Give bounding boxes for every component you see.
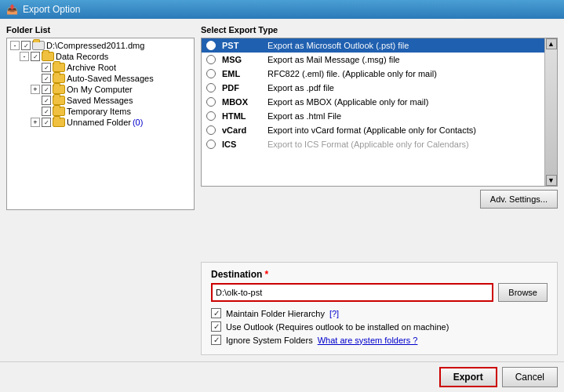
tree-item-unnamed[interactable]: + ✓ Unnamed Folder (0) <box>9 117 192 128</box>
export-row-mbox[interactable]: MBOX Export as MBOX (Applicable only for… <box>202 95 544 109</box>
folder-icon-datarecords <box>42 52 54 61</box>
export-name-ics: ICS <box>222 140 261 149</box>
adv-settings-row: Adv. Settings... <box>201 190 558 209</box>
option-ignoresystem-row: Ignore System Folders What are system fo… <box>211 335 548 345</box>
export-name-pst: PST <box>222 41 261 50</box>
tree-text-savedmessages: Saved Messages <box>67 96 133 105</box>
system-folders-help-link[interactable]: What are system folders ? <box>318 336 418 345</box>
export-desc-vcard: Export into vCard format (Applicable onl… <box>267 125 476 135</box>
option-hierarchy-help[interactable]: [?] <box>329 309 339 318</box>
export-desc-pdf: Export as .pdf file <box>267 83 334 93</box>
tree-text-archiveroot: Archive Root <box>67 63 116 72</box>
checkbox-autosaved[interactable]: ✓ <box>42 74 51 83</box>
tree-text-autosaved: Auto-Saved Messages <box>67 74 154 83</box>
destination-row: Browse <box>211 283 548 302</box>
radio-ics[interactable] <box>206 140 216 149</box>
expander-datarecords[interactable]: - <box>20 52 29 61</box>
checkbox-useoutlook[interactable] <box>211 321 221 332</box>
footer: Export Cancel <box>0 361 564 392</box>
export-name-mbox: MBOX <box>222 97 261 107</box>
checkbox-hierarchy[interactable] <box>211 308 221 318</box>
export-type-list[interactable]: PST Export as Microsoft Outlook (.pst) f… <box>202 38 544 186</box>
tree-item-datarecords[interactable]: - ✓ Data Records <box>9 51 192 62</box>
export-desc-msg: Export as Mail Message (.msg) file <box>267 55 400 64</box>
checkbox-savedmessages[interactable]: ✓ <box>42 96 51 105</box>
checkbox-datarecords[interactable]: ✓ <box>31 52 40 61</box>
export-desc-pst: Export as Microsoft Outlook (.pst) file <box>267 41 409 50</box>
folder-icon-drive <box>32 41 45 50</box>
export-row-vcard[interactable]: vCard Export into vCard format (Applicab… <box>202 123 544 137</box>
tree-text-datarecords: Data Records <box>56 52 108 61</box>
export-type-label: Select Export Type <box>201 25 558 34</box>
tree-text-drive: D:\Compressed2011.dmg <box>46 41 144 50</box>
tree-text-unnamed-count: (0) <box>133 118 143 127</box>
export-type-section: Select Export Type PST Export as Microso… <box>201 25 558 256</box>
export-row-msg[interactable]: MSG Export as Mail Message (.msg) file <box>202 53 544 67</box>
expander-onmycomputer[interactable]: + <box>31 85 40 94</box>
tree-item-archiveroot[interactable]: ✓ Archive Root <box>9 62 192 73</box>
radio-msg[interactable] <box>206 55 216 64</box>
export-row-eml[interactable]: EML RFC822 (.eml) file. (Applicable only… <box>202 67 544 81</box>
radio-mbox[interactable] <box>206 97 216 107</box>
option-ignoresystem-label: Ignore System Folders <box>226 336 313 345</box>
export-desc-ics: Export to ICS Format (Applicable only fo… <box>267 140 469 149</box>
content-area: Folder List - ✓ D:\Compressed2011.dmg - … <box>0 19 564 361</box>
browse-button[interactable]: Browse <box>498 283 548 302</box>
folder-icon-onmycomputer <box>53 85 65 94</box>
radio-pst[interactable] <box>206 41 216 50</box>
scrollbar-up[interactable]: ▲ <box>546 38 557 49</box>
left-panel: Folder List - ✓ D:\Compressed2011.dmg - … <box>6 25 195 355</box>
folder-icon-savedmessages <box>53 96 65 105</box>
folder-icon-autosaved <box>53 74 65 83</box>
required-marker: * <box>264 269 268 280</box>
destination-input[interactable] <box>211 283 493 302</box>
main-container: Folder List - ✓ D:\Compressed2011.dmg - … <box>0 19 564 392</box>
export-row-pst[interactable]: PST Export as Microsoft Outlook (.pst) f… <box>202 38 544 53</box>
checkbox-ignoresystem[interactable] <box>211 335 221 345</box>
option-hierarchy-row: Maintain Folder Hierarchy [?] <box>211 308 548 318</box>
checkbox-archiveroot[interactable]: ✓ <box>42 63 51 72</box>
radio-vcard[interactable] <box>206 125 216 135</box>
folder-list-label: Folder List <box>6 25 195 34</box>
export-desc-mbox: Export as MBOX (Applicable only for mail… <box>267 97 428 107</box>
folder-icon-archiveroot <box>53 63 65 72</box>
expander-unnamed[interactable]: + <box>31 118 40 127</box>
checkbox-onmycomputer[interactable]: ✓ <box>42 85 51 94</box>
radio-html[interactable] <box>206 111 216 121</box>
checkbox-drive[interactable]: ✓ <box>21 41 31 50</box>
export-desc-html: Export as .html File <box>267 111 341 121</box>
tree-item-onmycomputer[interactable]: + ✓ On My Computer <box>9 84 192 95</box>
tree-item-savedmessages[interactable]: ✓ Saved Messages <box>9 95 192 106</box>
tree-text-onmycomputer: On My Computer <box>67 85 133 94</box>
expander-drive[interactable]: - <box>10 41 20 50</box>
checkbox-tempitems[interactable]: ✓ <box>42 107 51 116</box>
checkbox-unnamed[interactable]: ✓ <box>42 118 51 127</box>
title-bar-text: Export Option <box>23 4 80 15</box>
option-useoutlook-row: Use Outlook (Requires outlook to be inst… <box>211 321 548 332</box>
destination-label: Destination * <box>211 269 548 280</box>
export-name-vcard: vCard <box>222 125 261 135</box>
option-useoutlook-label: Use Outlook (Requires outlook to be inst… <box>226 322 449 332</box>
folder-tree[interactable]: - ✓ D:\Compressed2011.dmg - ✓ Data Recor… <box>6 38 195 210</box>
export-row-html[interactable]: HTML Export as .html File <box>202 109 544 123</box>
radio-pdf[interactable] <box>206 83 216 93</box>
folder-icon-unnamed <box>53 118 65 127</box>
tree-item-autosaved[interactable]: ✓ Auto-Saved Messages <box>9 73 192 84</box>
tree-text-tempitems: Temporary Items <box>67 107 131 116</box>
folder-icon-tempitems <box>53 107 65 116</box>
tree-item-tempitems[interactable]: ✓ Temporary Items <box>9 106 192 117</box>
export-desc-eml: RFC822 (.eml) file. (Applicable only for… <box>267 69 437 78</box>
option-hierarchy-label: Maintain Folder Hierarchy <box>226 309 325 318</box>
destination-section: Destination * Browse Maintain Folder Hie… <box>201 262 558 355</box>
radio-eml[interactable] <box>206 69 216 78</box>
export-row-ics[interactable]: ICS Export to ICS Format (Applicable onl… <box>202 137 544 151</box>
adv-settings-button[interactable]: Adv. Settings... <box>480 190 558 209</box>
export-button[interactable]: Export <box>439 367 497 387</box>
scrollbar-down[interactable]: ▼ <box>546 175 557 186</box>
export-name-msg: MSG <box>222 55 261 64</box>
export-row-pdf[interactable]: PDF Export as .pdf file <box>202 81 544 95</box>
right-panel: Select Export Type PST Export as Microso… <box>201 25 558 355</box>
tree-item-drive[interactable]: - ✓ D:\Compressed2011.dmg <box>9 40 192 51</box>
title-bar: 📤 Export Option <box>0 0 564 19</box>
cancel-button[interactable]: Cancel <box>502 367 558 387</box>
